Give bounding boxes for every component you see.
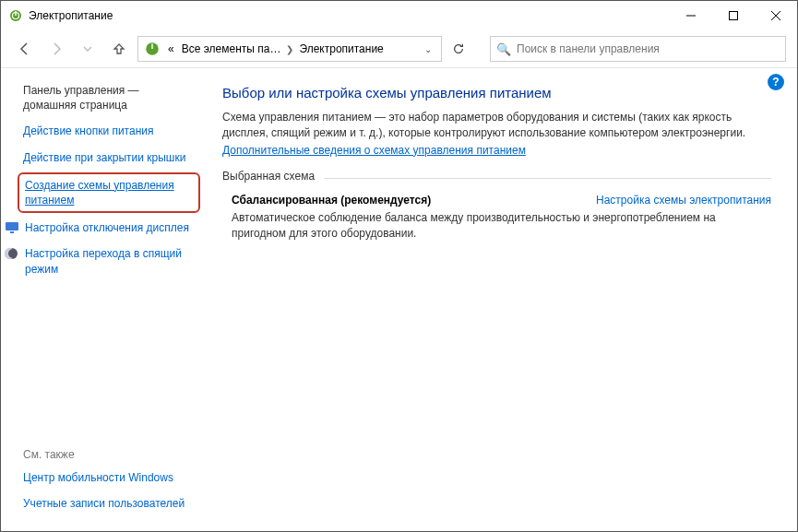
see-also-mobility-center[interactable]: Центр мобильности Windows bbox=[23, 470, 195, 485]
sidebar-create-power-plan[interactable]: Создание схемы управления питанием bbox=[25, 178, 193, 207]
svg-rect-5 bbox=[10, 231, 14, 233]
plan-settings-link[interactable]: Настройка схемы электропитания bbox=[596, 194, 771, 207]
see-also-heading: См. также bbox=[23, 448, 195, 461]
page-heading: Выбор или настройка схемы управления пит… bbox=[222, 85, 771, 100]
main-panel: Выбор или настройка схемы управления пит… bbox=[204, 68, 797, 531]
window-controls bbox=[670, 1, 797, 30]
control-panel-home-link[interactable]: Панель управления — домашняя страница bbox=[23, 83, 195, 112]
plan-header-row: Сбалансированная (рекомендуется) Настрой… bbox=[232, 194, 771, 207]
see-also-section: См. также Центр мобильности Windows Учет… bbox=[23, 448, 195, 522]
sidebar: Панель управления — домашняя страница Де… bbox=[1, 68, 204, 531]
search-icon: 🔍 bbox=[496, 42, 511, 56]
nav-toolbar: « Все элементы па… ❯ Электропитание ⌄ 🔍 bbox=[1, 30, 797, 67]
breadcrumb-item[interactable]: Электропитание bbox=[295, 42, 387, 55]
svg-rect-2 bbox=[730, 12, 738, 20]
sidebar-item: Настройка перехода в спящий режим bbox=[5, 246, 195, 276]
window-title: Электропитание bbox=[29, 9, 670, 22]
learn-more-link[interactable]: Дополнительные сведения о схемах управле… bbox=[222, 144, 526, 157]
separator bbox=[324, 178, 771, 179]
power-plan-item: Сбалансированная (рекомендуется) Настрой… bbox=[222, 190, 771, 242]
maximize-button[interactable] bbox=[712, 1, 755, 30]
address-dropdown[interactable]: ⌄ bbox=[419, 44, 437, 54]
highlighted-callout: Создание схемы управления питанием bbox=[18, 172, 200, 213]
up-button[interactable] bbox=[106, 36, 132, 62]
search-input[interactable] bbox=[517, 42, 780, 55]
breadcrumb-item[interactable]: Все элементы па… bbox=[178, 42, 285, 55]
refresh-button[interactable] bbox=[446, 36, 471, 62]
titlebar: Электропитание bbox=[1, 1, 797, 30]
content-area: ? Панель управления — домашняя страница … bbox=[1, 67, 797, 531]
sidebar-display-off[interactable]: Настройка отключения дисплея bbox=[25, 220, 189, 235]
see-also-user-accounts[interactable]: Учетные записи пользователей bbox=[23, 496, 195, 511]
search-box[interactable]: 🔍 bbox=[490, 36, 786, 62]
sidebar-item: Настройка отключения дисплея bbox=[5, 220, 195, 235]
power-options-icon bbox=[8, 8, 23, 23]
address-bar[interactable]: « Все элементы па… ❯ Электропитание ⌄ bbox=[137, 36, 442, 62]
power-options-icon bbox=[144, 41, 161, 57]
minimize-button[interactable] bbox=[670, 1, 712, 30]
plan-name: Сбалансированная (рекомендуется) bbox=[232, 194, 431, 207]
breadcrumb-prefix: « bbox=[164, 42, 178, 55]
back-button[interactable] bbox=[12, 36, 38, 62]
plan-description: Автоматическое соблюдение баланса между … bbox=[232, 210, 771, 242]
chevron-right-icon[interactable]: ❯ bbox=[284, 44, 295, 54]
selected-plan-group-label: Выбранная схема bbox=[222, 170, 771, 183]
moon-icon bbox=[5, 246, 19, 261]
close-button[interactable] bbox=[755, 1, 797, 30]
sidebar-sleep-setting[interactable]: Настройка перехода в спящий режим bbox=[25, 246, 195, 276]
monitor-icon bbox=[5, 220, 19, 235]
window: Электропитание « Все элементы па… ❯ Элек… bbox=[0, 0, 798, 532]
svg-rect-4 bbox=[6, 222, 18, 231]
sidebar-power-button-action[interactable]: Действие кнопки питания bbox=[23, 124, 195, 138]
forward-button[interactable] bbox=[43, 36, 69, 62]
recent-locations-dropdown[interactable] bbox=[75, 36, 101, 62]
help-button[interactable]: ? bbox=[768, 74, 784, 90]
page-description: Схема управления питанием — это набор па… bbox=[222, 110, 771, 142]
sidebar-lid-action[interactable]: Действие при закрытии крышки bbox=[23, 150, 195, 165]
